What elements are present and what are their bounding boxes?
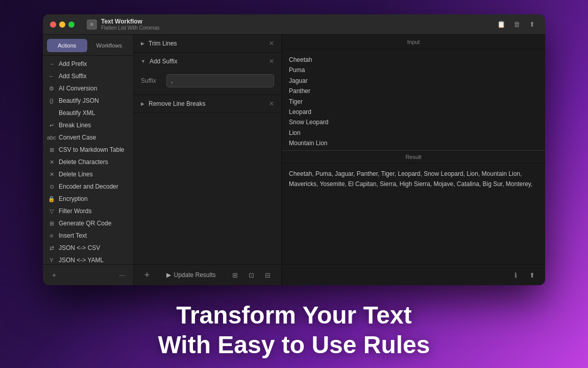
sidebar-icon-json-csv: ⇄	[48, 244, 55, 251]
workflow-left-remove-line-breaks: ▶ Remove Line Breaks	[141, 100, 205, 107]
sidebar-item-ai-conversion[interactable]: ⚙ AI Conversion	[43, 82, 133, 95]
sidebar-item-filter-words[interactable]: ▽ Filter Words	[43, 205, 133, 217]
update-label: Update Results	[174, 271, 215, 279]
input-line: Leopard	[289, 107, 538, 117]
sidebar-label-beautify-xml: Beautify XML	[59, 109, 95, 117]
bottom-line1: Transform Your Text	[158, 301, 430, 330]
traffic-lights	[43, 21, 82, 28]
main-content: Actions Workflows → Add Prefix ← Add Suf…	[43, 35, 545, 285]
workflow-close-add-suffix[interactable]: ✕	[269, 58, 274, 65]
sidebar-item-beautify-json[interactable]: {} Beautify JSON	[43, 95, 133, 107]
workflow-header-trim-lines[interactable]: ▶ Trim Lines ✕	[134, 35, 281, 52]
title-text: Text Workflow Flatten List With Commas	[101, 18, 159, 31]
input-line: Jaguar	[289, 76, 538, 86]
sidebar-footer: + ···	[43, 264, 133, 285]
sidebar-icon-beautify-xml	[48, 109, 55, 117]
suffix-row: Suffix	[141, 74, 274, 87]
suffix-input[interactable]	[166, 74, 274, 87]
suffix-label: Suffix	[141, 77, 161, 84]
sidebar-tabs: Actions Workflows	[43, 35, 133, 56]
share-button[interactable]: ⬆	[526, 18, 538, 31]
sidebar-item-delete-characters[interactable]: ✕ Delete Characters	[43, 156, 133, 168]
input-line: Puma	[289, 65, 538, 75]
sidebar-item-beautify-xml[interactable]: Beautify XML	[43, 107, 133, 119]
export-button[interactable]: ⬆	[526, 269, 538, 281]
workflow-item-trim-lines: ▶ Trim Lines ✕	[134, 35, 281, 53]
sidebar-item-convert-case[interactable]: abc Convert Case	[43, 131, 133, 144]
workflow-close-trim-lines[interactable]: ✕	[269, 40, 274, 47]
sidebar-item-encoder-decoder[interactable]: ⊙ Encoder and Decoder	[43, 180, 133, 193]
window-subtitle: Flatten List With Commas	[101, 25, 159, 31]
sidebar-label-encryption: Encryption	[59, 195, 88, 202]
title-center: ≡ Text Workflow Flatten List With Commas	[82, 18, 488, 31]
sidebar-icon-encoder-decoder: ⊙	[48, 183, 55, 190]
sidebar-icon-encryption: 🔒	[48, 195, 55, 202]
sidebar-icon-ai-conversion: ⚙	[48, 85, 55, 92]
sidebar-item-delete-lines[interactable]: ✕ Delete Lines	[43, 168, 133, 180]
tab-actions[interactable]: Actions	[47, 39, 87, 52]
workflow-items: ▶ Trim Lines ✕ ▼ Add Suffix ✕ Suffix	[134, 35, 281, 113]
sidebar-item-add-suffix[interactable]: ← Add Suffix	[43, 70, 133, 82]
sidebar-label-ai-conversion: AI Conversion	[59, 85, 97, 92]
close-button[interactable]	[50, 21, 56, 28]
sidebar-item-generate-qr[interactable]: ⊞ Generate QR Code	[43, 217, 133, 229]
minimize-button[interactable]	[59, 21, 65, 28]
export-workflow-btn[interactable]: ⊟	[262, 269, 274, 281]
middle-bottom-bar: + ▶ Update Results ⊞ ⊡ ⊟	[134, 264, 281, 285]
sidebar-icon-filter-words: ▽	[48, 208, 55, 215]
title-actions: 📋 🗑 ⬆	[488, 18, 545, 31]
sidebar-item-insert-text[interactable]: ≡ Insert Text	[43, 229, 133, 242]
delete-button[interactable]: 🗑	[510, 18, 523, 31]
input-area: CheetahPumaJaguarPantherTigerLeopardSnow…	[282, 50, 545, 151]
workflow-title-trim-lines: Trim Lines	[149, 40, 177, 47]
bottom-text: Transform Your Text With Easy to Use Rul…	[158, 301, 430, 359]
sidebar-icon-convert-case: abc	[48, 134, 55, 141]
workflow-title-remove-line-breaks: Remove Line Breaks	[149, 100, 205, 107]
sidebar-item-break-lines[interactable]: ↵ Break Lines	[43, 119, 133, 131]
right-toolbar: ℹ ⬆	[509, 269, 538, 281]
sidebar-items-list: → Add Prefix ← Add Suffix ⚙ AI Conversio…	[43, 56, 133, 264]
add-item-button[interactable]: +	[48, 269, 60, 281]
info-button[interactable]: ℹ	[509, 269, 522, 281]
workflow-header-remove-line-breaks[interactable]: ▶ Remove Line Breaks ✕	[134, 95, 281, 112]
sidebar-icon-csv-to-markdown: ⊞	[48, 146, 55, 153]
sidebar-label-json-csv: JSON <-> CSV	[59, 244, 100, 251]
workflow-left-trim-lines: ▶ Trim Lines	[141, 40, 177, 47]
workflow-add-button[interactable]: +	[141, 269, 153, 281]
sidebar-icon-beautify-json: {}	[48, 97, 55, 104]
sidebar-label-add-prefix: Add Prefix	[59, 60, 87, 67]
sidebar-item-json-yaml[interactable]: Y JSON <-> YAML	[43, 254, 133, 264]
sidebar-label-convert-case: Convert Case	[59, 134, 96, 141]
workflow-item-add-suffix: ▼ Add Suffix ✕ Suffix	[134, 53, 281, 95]
workflow-title-add-suffix: Add Suffix	[150, 58, 177, 65]
input-line: Snow Leopard	[289, 117, 538, 127]
workflow-close-remove-line-breaks[interactable]: ✕	[269, 100, 274, 107]
workflow-toggle-add-suffix: ▼	[141, 59, 145, 64]
sidebar-icon-json-yaml: Y	[48, 257, 55, 264]
sidebar-item-json-csv[interactable]: ⇄ JSON <-> CSV	[43, 242, 133, 254]
play-icon: ▶	[166, 271, 171, 279]
sidebar-label-delete-lines: Delete Lines	[59, 171, 93, 178]
right-bottom-bar: ℹ ⬆	[282, 264, 545, 285]
window-title: Text Workflow	[101, 18, 159, 25]
input-line: Mountain Lion	[289, 138, 538, 148]
result-header: Result	[282, 151, 545, 164]
input-line: Panther	[289, 86, 538, 96]
tab-workflows[interactable]: Workflows	[89, 39, 130, 52]
workflow-header-add-suffix[interactable]: ▼ Add Suffix ✕	[134, 53, 281, 70]
middle-toolbar-right: ⊞ ⊡ ⊟	[229, 269, 274, 281]
sidebar-icon-insert-text: ≡	[48, 232, 55, 239]
filter-icon-btn[interactable]: ⊞	[229, 269, 241, 281]
copy-button[interactable]: 📋	[495, 18, 507, 31]
copy-workflow-btn[interactable]: ⊡	[246, 269, 258, 281]
title-bar: ≡ Text Workflow Flatten List With Commas…	[43, 14, 545, 35]
sidebar-item-csv-to-markdown[interactable]: ⊞ CSV to Markdown Table	[43, 144, 133, 156]
update-results-button[interactable]: ▶ Update Results	[166, 271, 215, 279]
sidebar-item-add-prefix[interactable]: → Add Prefix	[43, 58, 133, 70]
sidebar-label-delete-characters: Delete Characters	[59, 158, 108, 166]
sidebar-icon-delete-characters: ✕	[48, 158, 55, 166]
more-button[interactable]: ···	[116, 269, 128, 281]
maximize-button[interactable]	[68, 21, 75, 28]
bottom-line2: With Easy to Use Rules	[158, 330, 430, 360]
sidebar-item-encryption[interactable]: 🔒 Encryption	[43, 193, 133, 205]
